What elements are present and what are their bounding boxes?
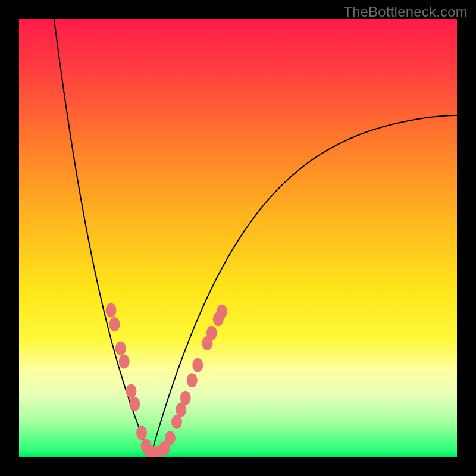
data-point xyxy=(165,431,176,445)
data-point xyxy=(136,426,147,440)
data-point xyxy=(206,326,217,340)
data-point xyxy=(119,355,130,369)
chart-frame: TheBottleneck.com xyxy=(0,0,476,476)
data-point xyxy=(106,303,117,317)
chart-svg xyxy=(19,19,457,457)
data-point xyxy=(129,397,140,411)
data-point xyxy=(171,415,182,429)
plot-area xyxy=(19,19,457,457)
data-point xyxy=(126,384,136,399)
data-point xyxy=(217,305,227,319)
data-point xyxy=(180,391,191,405)
data-point xyxy=(187,373,198,387)
gradient-background xyxy=(19,19,457,457)
data-point xyxy=(192,358,203,372)
watermark-text: TheBottleneck.com xyxy=(343,4,468,20)
data-point xyxy=(109,317,120,331)
data-point xyxy=(115,341,126,355)
